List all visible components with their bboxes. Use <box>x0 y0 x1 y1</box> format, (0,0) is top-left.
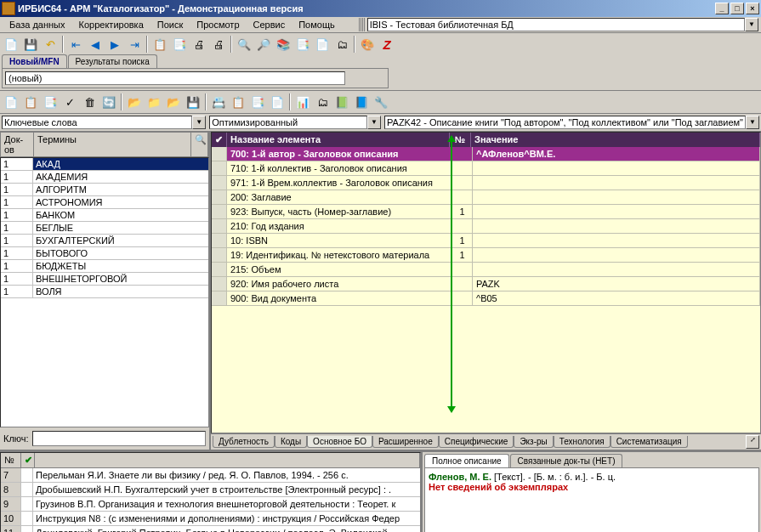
grid-row[interactable]: 215: Объем <box>212 263 760 277</box>
record-row[interactable]: 9Грузинов В.П. Организация и технология … <box>1 497 420 512</box>
save-icon[interactable]: 💾 <box>21 35 40 54</box>
grid-row[interactable]: 10: ISBN1 <box>212 234 760 248</box>
grid-header-check[interactable]: ✔ <box>212 133 227 147</box>
term-row[interactable]: 1АКАД <box>1 158 208 171</box>
btab-dublet[interactable]: Дублетность <box>213 436 275 448</box>
tab-new-mfn[interactable]: Новый/MFN <box>2 54 67 68</box>
btab-system[interactable]: Систематизация <box>611 436 688 448</box>
new-icon[interactable]: 📄 <box>2 35 20 54</box>
record-row[interactable]: 10Инструкция N8 : (с изменениями и допол… <box>1 512 420 526</box>
btab-main-bo[interactable]: Основное БО <box>307 436 372 448</box>
btab-expand-button[interactable]: ⤢ <box>746 435 759 449</box>
tab-linked-docs[interactable]: Связанные док-ты (НЕТ) <box>510 454 623 467</box>
database-combo[interactable]: IBIS - Тестовая библиотечная БД <box>367 18 745 31</box>
term-row[interactable]: 1АКАДЕМИЯ <box>1 171 208 184</box>
header-terms[interactable]: Термины <box>34 133 191 156</box>
books-icon[interactable]: 📚 <box>274 35 292 54</box>
tb2-icon-18[interactable]: 📘 <box>352 93 371 111</box>
tb2-icon-14[interactable]: 📄 <box>268 93 287 111</box>
grid-row[interactable]: 700: 1-й автор - Заголовок описания^АФле… <box>212 147 760 161</box>
tb2-icon-3[interactable]: 📑 <box>41 93 60 111</box>
term-row[interactable]: 1БЫТОВОГО <box>1 247 208 260</box>
grid-row[interactable]: 710: 1-й коллектив - Заголовок описания <box>212 161 760 176</box>
menu-view[interactable]: Просмотр <box>190 18 246 31</box>
btab-specific[interactable]: Специфические <box>439 436 514 448</box>
tb2-icon-9[interactable]: 📂 <box>164 93 183 111</box>
grid-body[interactable]: 700: 1-й автор - Заголовок описания^АФле… <box>212 147 760 433</box>
term-row[interactable]: 1ВНЕШНЕТОРГОВОЙ <box>1 273 208 286</box>
header-search-icon[interactable]: 🔍 <box>191 133 208 156</box>
tb2-icon-19[interactable]: 🔧 <box>372 93 390 111</box>
search-icon[interactable]: 🔍 <box>235 35 253 54</box>
tb2-icon-2[interactable]: 📋 <box>21 93 40 111</box>
tb2-icon-10[interactable]: 💾 <box>184 93 202 111</box>
tb2-icon-6[interactable]: 🔄 <box>99 93 118 111</box>
grid-header-value[interactable]: Значение <box>471 133 760 147</box>
records-header-check[interactable]: ✔ <box>21 453 35 467</box>
grid-row[interactable]: 200: Заглавие <box>212 190 760 205</box>
grid-header-num[interactable]: № <box>450 133 471 147</box>
next-icon[interactable]: ▶ <box>105 35 124 54</box>
term-row[interactable]: 1ВОЛЯ <box>1 286 208 298</box>
tb2-icon-12[interactable]: 📋 <box>229 93 247 111</box>
term-row[interactable]: 1БАНКОМ <box>1 209 208 222</box>
tb2-icon-11[interactable]: 📇 <box>209 93 228 111</box>
menu-correction[interactable]: Корректировка <box>72 18 150 31</box>
last-icon[interactable]: ⇥ <box>125 35 144 54</box>
maximize-button[interactable]: □ <box>730 3 744 14</box>
tab-search-results[interactable]: Результаты поиска <box>68 54 157 68</box>
tb2-icon-4[interactable]: ✓ <box>60 93 79 111</box>
term-row[interactable]: 1АЛГОРИТМ <box>1 184 208 196</box>
print-icon[interactable]: 🖨 <box>190 35 208 54</box>
new-mfn-input[interactable]: (новый) <box>5 71 345 85</box>
cards-icon[interactable]: 🗂 <box>332 35 351 54</box>
menu-help[interactable]: Помощь <box>292 18 342 31</box>
grid-header-name[interactable]: Название элемента <box>227 133 450 147</box>
print2-icon[interactable]: 🖨 <box>209 35 228 54</box>
tb2-icon-1[interactable]: 📄 <box>2 93 20 111</box>
minimize-button[interactable]: _ <box>715 3 729 14</box>
term-row[interactable]: 1АСТРОНОМИЯ <box>1 196 208 209</box>
grid-row[interactable]: 923: Выпуск, часть (Номер-заглавие)1 <box>212 205 760 219</box>
header-doc-count[interactable]: Док-ов <box>1 133 34 156</box>
layers-icon[interactable]: 📑 <box>170 35 189 54</box>
grid-row[interactable]: 210: Год издания <box>212 219 760 234</box>
record-row[interactable]: 11Данилевский, Григорий Петрович. Беглые… <box>1 526 420 532</box>
menu-database[interactable]: База данных <box>3 18 72 31</box>
btab-tech[interactable]: Технология <box>554 436 611 448</box>
tab-full-description[interactable]: Полное описание <box>424 454 509 467</box>
terms-list[interactable]: 1АКАД1АКАДЕМИЯ1АЛГОРИТМ1АСТРОНОМИЯ1БАНКО… <box>0 157 209 427</box>
btab-extended[interactable]: Расширенное <box>372 436 439 448</box>
doc-plus-icon[interactable]: 📄 <box>313 35 332 54</box>
records-header-desc[interactable] <box>35 453 420 467</box>
btab-codes[interactable]: Коды <box>275 436 307 448</box>
record-row[interactable]: 8Дробышевский Н.П. Бухгалтерский учет в … <box>1 483 420 497</box>
first-icon[interactable]: ⇤ <box>66 35 85 54</box>
menu-service[interactable]: Сервис <box>247 18 292 31</box>
z-icon[interactable]: Z <box>378 35 396 54</box>
grid-row[interactable]: 900: Вид документа^B05 <box>212 291 760 306</box>
prev-icon[interactable]: ◀ <box>86 35 105 54</box>
grid-row[interactable]: 19: Идентификац. № нетекстового материал… <box>212 248 760 263</box>
term-row[interactable]: 1БУХГАЛТЕРСКИЙ <box>1 235 208 247</box>
term-row[interactable]: 1БЮДЖЕТЫ <box>1 260 208 273</box>
records-header-num[interactable]: № <box>1 453 21 467</box>
grid-row[interactable]: 920: Имя рабочего листаPAZK <box>212 277 760 291</box>
btab-copies[interactable]: Экз-ры <box>514 436 553 448</box>
tb2-icon-17[interactable]: 📗 <box>332 93 351 111</box>
key-input[interactable] <box>32 431 206 446</box>
database-dropdown-button[interactable]: ▼ <box>745 18 758 31</box>
copy-icon[interactable]: 📋 <box>150 35 169 54</box>
keywords-combo[interactable]: Ключевые слова <box>2 116 192 129</box>
menu-search[interactable]: Поиск <box>150 18 190 31</box>
undo-icon[interactable]: ↶ <box>41 35 60 54</box>
tb2-icon-16[interactable]: 🗂 <box>313 93 332 111</box>
tb2-icon-15[interactable]: 📊 <box>293 93 312 111</box>
term-row[interactable]: 1БЕГЛЫЕ <box>1 222 208 235</box>
tb2-icon-5[interactable]: 🗑 <box>80 93 99 111</box>
optimized-dropdown-button[interactable]: ▼ <box>367 116 381 129</box>
tb2-icon-7[interactable]: 📂 <box>125 93 144 111</box>
pazk-dropdown-button[interactable]: ▼ <box>746 116 759 129</box>
tb2-icon-13[interactable]: 📑 <box>248 93 267 111</box>
record-row[interactable]: 7Перельман Я.И. Знаете ли вы физику / ре… <box>1 468 420 483</box>
